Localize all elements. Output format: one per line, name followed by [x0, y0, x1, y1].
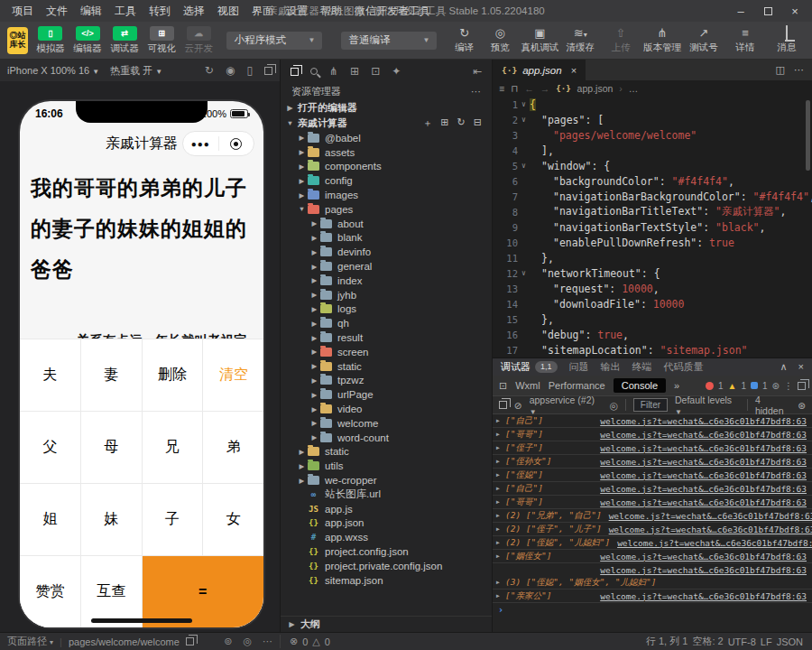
log-levels-dropdown[interactable]: Default levels ▼	[675, 395, 740, 416]
details-button[interactable]: ≡ 详情	[727, 26, 763, 54]
editor-layout-icon[interactable]: ⊡	[371, 65, 380, 78]
tree-item[interactable]: ▶logs	[281, 302, 492, 317]
expand-arrow-icon[interactable]: ▶	[496, 444, 505, 451]
clear-cache-button[interactable]: ≋▾ 清缓存	[567, 26, 595, 54]
collapse-all-icon[interactable]: ⊟	[474, 116, 482, 130]
refresh-explorer-icon[interactable]: ↻	[457, 116, 466, 130]
menu-item[interactable]: 项目	[5, 0, 40, 22]
tab-debugger[interactable]: 调试器	[501, 360, 531, 374]
code-line[interactable]: 13"request": 10000,	[493, 281, 812, 296]
console-log-row[interactable]: ▶["姻侄女"]welcome.js?t=wechat&…c6e36c01bf4…	[493, 550, 812, 563]
rotate-device-icon[interactable]: ▯	[246, 64, 253, 77]
expand-arrow-icon[interactable]: ▶	[496, 485, 505, 492]
tree-item[interactable]: ▶video	[281, 402, 492, 416]
key-妹[interactable]: 妹	[81, 484, 142, 555]
tab-terminal[interactable]: 终端	[632, 360, 652, 374]
code-line[interactable]: 10"enablePullDownRefresh": true	[493, 235, 812, 250]
tab-problems[interactable]: 问题	[569, 360, 589, 374]
execution-context-selector[interactable]: appservice (#2) ▼	[530, 395, 603, 416]
tree-item[interactable]: #app.wxss	[281, 530, 492, 544]
outline-section[interactable]: ▶ 大纲	[281, 616, 492, 632]
source-link[interactable]: welcome.js?t=wechat&…c6e36c01bf47bdf8:63	[593, 484, 807, 494]
menu-item[interactable]: 视图	[211, 0, 245, 22]
tree-item[interactable]: ▶jyhb	[281, 288, 492, 302]
key-母[interactable]: 母	[81, 412, 142, 483]
search-icon[interactable]	[310, 68, 318, 75]
key-弟[interactable]: 弟	[203, 412, 263, 483]
zztuku-logo[interactable]: ◎站 库长	[7, 27, 28, 54]
new-folder-icon[interactable]: ⊞	[440, 116, 448, 130]
more-actions-icon[interactable]: ⋯	[471, 86, 481, 98]
messages-button[interactable]: 消息	[769, 26, 805, 54]
bug-icon[interactable]: ⊚	[224, 636, 232, 647]
tree-item[interactable]: ▼pages	[281, 202, 492, 217]
source-control-icon[interactable]: ⋔	[329, 65, 338, 78]
source-link[interactable]: welcome.js?t=wechat&…c6e36c01bf47bdf8:63	[593, 470, 807, 480]
more-tabs-icon[interactable]: »	[674, 380, 679, 391]
code-line[interactable]: 1∨{	[493, 97, 812, 112]
info-icon[interactable]	[751, 382, 758, 389]
warning-icon[interactable]: ▲	[728, 381, 737, 391]
version-control-button[interactable]: ⋔ 版本管理	[644, 26, 680, 54]
tree-item[interactable]: ▶assets	[281, 145, 492, 160]
tab-app-json[interactable]: {·} app.json ×	[493, 60, 586, 80]
language-mode[interactable]: JSON	[777, 636, 803, 647]
new-file-icon[interactable]: ＋	[422, 116, 432, 130]
close-panel-icon[interactable]: ×	[798, 361, 804, 373]
tree-item[interactable]: {}sitemap.json	[281, 573, 492, 588]
key-女[interactable]: 女	[203, 484, 263, 555]
code-line[interactable]: 3"pages/welcome/welcome"	[493, 127, 812, 143]
hot-reload-toggle[interactable]: 热重载 开 ▼	[110, 64, 162, 78]
tree-item[interactable]: ▶devinfo	[281, 245, 492, 259]
live-expression-icon[interactable]: ◎	[610, 400, 618, 411]
expand-arrow-icon[interactable]: ▶	[496, 512, 505, 519]
key-父[interactable]: 父	[20, 412, 80, 483]
tab-output[interactable]: 输出	[601, 360, 621, 374]
tree-item[interactable]: {}app.json	[281, 516, 492, 531]
source-link[interactable]: welcome.js?t=wechat&…c6e36c01bf47bdf8:63	[602, 525, 812, 534]
source-link[interactable]: welcome.js?t=wechat&…c6e36c01bf47bdf8:63	[593, 443, 807, 453]
code-line[interactable]: 5∨"window": {	[493, 158, 812, 173]
console-log-row[interactable]: ▶["亲家公"]welcome.js?t=wechat&…c6e36c01bf4…	[493, 590, 812, 603]
tree-item[interactable]: ▶welcome	[281, 416, 492, 431]
menu-item[interactable]: 转到	[143, 0, 177, 22]
tree-item[interactable]: ▶word-count	[281, 431, 492, 445]
visualization-button[interactable]: ⊞ 可视化	[147, 26, 176, 55]
key-兄[interactable]: 兄	[143, 412, 203, 483]
source-link[interactable]: welcome.js?t=wechat&…c6e36c01bf47bdf8:63	[610, 538, 812, 548]
more-icon[interactable]: ⋯	[263, 636, 272, 647]
remote-debug-button[interactable]: ▣ 真机调试	[522, 26, 558, 54]
tree-item[interactable]: ▶tpzwz	[281, 374, 492, 388]
console-prompt[interactable]: ›	[493, 603, 812, 617]
menu-item[interactable]: 工具	[108, 0, 143, 22]
multi-window-icon[interactable]	[264, 67, 272, 75]
code-line[interactable]: 14"downloadFile": 10000	[493, 296, 812, 311]
warnings-icon[interactable]: △	[312, 636, 319, 647]
devtools-tab-console[interactable]: Console	[614, 378, 666, 393]
expand-arrow-icon[interactable]: ▶	[496, 417, 505, 424]
close-button[interactable]: ×	[783, 2, 807, 20]
key-妻[interactable]: 妻	[81, 339, 142, 411]
extensions-icon[interactable]: ⊞	[350, 65, 359, 78]
tree-item[interactable]: ▶we-cropper	[281, 473, 492, 488]
console-filter-input[interactable]: Filter	[633, 398, 668, 412]
source-link[interactable]: welcome.js?t=wechat&…c6e36c01bf47bdf8:63	[593, 565, 807, 575]
console-settings-icon[interactable]: ⊛	[798, 400, 806, 411]
tree-item[interactable]: ▶blank	[281, 231, 492, 246]
code-line[interactable]: 16"debug": true,	[493, 327, 812, 342]
key-清空[interactable]: 清空	[203, 339, 263, 411]
grab-icon[interactable]: ✦	[392, 65, 401, 78]
expand-arrow-icon[interactable]: ▶	[496, 458, 505, 465]
console-log-row[interactable]: ▶(2) ["侄媳", "儿媳妇"]welcome.js?t=wechat&…c…	[493, 536, 812, 550]
tree-item[interactable]: ▶utils	[281, 459, 492, 473]
indentation-setting[interactable]: 空格: 2	[692, 635, 723, 648]
maximize-button[interactable]	[756, 2, 780, 20]
tree-item[interactable]: ▶qh	[281, 316, 492, 330]
menu-item[interactable]: 编辑	[74, 0, 108, 22]
tree-item[interactable]: {}project.config.json	[281, 544, 492, 559]
clear-console-icon[interactable]: ⊘	[514, 400, 522, 411]
code-line[interactable]: 11},	[493, 250, 812, 265]
tree-item[interactable]: ▶result	[281, 330, 492, 345]
compile-button[interactable]: ↻ 编译	[450, 26, 478, 54]
source-link[interactable]: welcome.js?t=wechat&…c6e36c01bf47bdf8:63	[593, 457, 807, 467]
